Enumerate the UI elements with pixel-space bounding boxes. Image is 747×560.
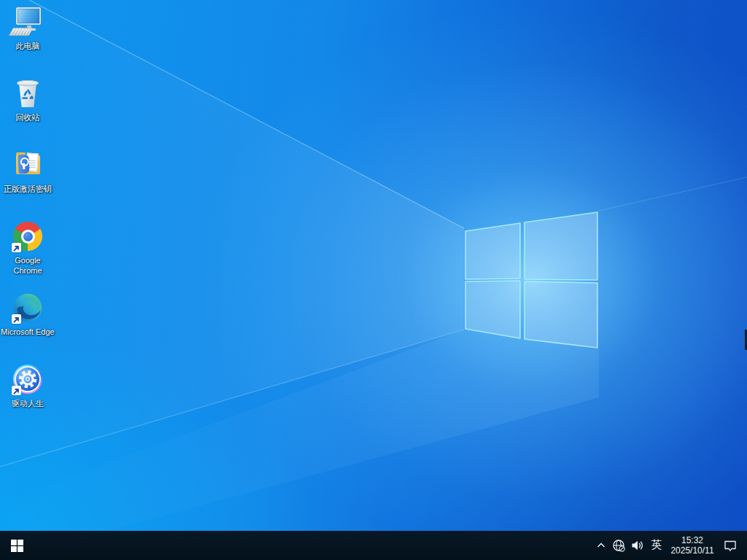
icon-label: 正版激活密钥 bbox=[4, 184, 52, 194]
windows-logo-icon bbox=[11, 540, 23, 552]
desktop[interactable]: 此电脑 回收站 正版激活密钥 Google Chrome bbox=[0, 0, 747, 560]
recycle-bin-icon bbox=[12, 77, 44, 109]
desktop-icon-google-chrome[interactable]: Google Chrome bbox=[1, 220, 55, 289]
speaker-icon bbox=[631, 540, 644, 551]
this-pc-icon bbox=[12, 6, 44, 38]
clock-time: 15:32 bbox=[681, 535, 703, 545]
taskbar: 英 15:32 2025/10/11 bbox=[0, 531, 747, 560]
shortcut-arrow-icon bbox=[12, 314, 21, 324]
desktop-icon-activation-key-folder[interactable]: 正版激活密钥 bbox=[1, 149, 55, 217]
taskbar-clock[interactable]: 15:32 2025/10/11 bbox=[667, 531, 718, 560]
action-center-button[interactable] bbox=[718, 531, 743, 560]
shortcut-arrow-icon bbox=[12, 386, 21, 395]
folder-icon bbox=[12, 149, 44, 181]
edge-icon bbox=[12, 292, 44, 324]
volume-button[interactable] bbox=[628, 531, 646, 560]
network-status-button[interactable] bbox=[610, 531, 628, 560]
recycle-symbol-icon bbox=[12, 77, 44, 109]
icon-label: 此电脑 bbox=[16, 41, 40, 51]
desktop-icon-recycle-bin[interactable]: 回收站 bbox=[1, 77, 55, 146]
desktop-icon-this-pc[interactable]: 此电脑 bbox=[1, 6, 55, 74]
wallpaper-windows-logo bbox=[0, 0, 747, 560]
icon-label: 驱动人生 bbox=[12, 398, 44, 408]
hidden-icons-button[interactable] bbox=[592, 531, 610, 560]
start-button[interactable] bbox=[0, 531, 34, 560]
icon-label: Microsoft Edge bbox=[1, 327, 54, 337]
globe-no-internet-icon bbox=[612, 539, 626, 553]
desktop-icon-driver-genius[interactable]: 驱动人生 bbox=[1, 363, 55, 432]
icon-label: 回收站 bbox=[16, 112, 40, 122]
icon-label: Google Chrome bbox=[1, 255, 55, 276]
chrome-icon bbox=[12, 220, 44, 252]
chevron-up-icon bbox=[596, 540, 606, 551]
desktop-icon-microsoft-edge[interactable]: Microsoft Edge bbox=[1, 292, 55, 360]
notification-bubble-icon bbox=[724, 540, 737, 552]
system-tray: 英 15:32 2025/10/11 bbox=[592, 531, 743, 560]
ime-language-button[interactable]: 英 bbox=[646, 531, 667, 560]
gear-app-icon bbox=[12, 363, 44, 395]
shortcut-arrow-icon bbox=[12, 243, 21, 252]
clock-date: 2025/10/11 bbox=[670, 545, 713, 556]
